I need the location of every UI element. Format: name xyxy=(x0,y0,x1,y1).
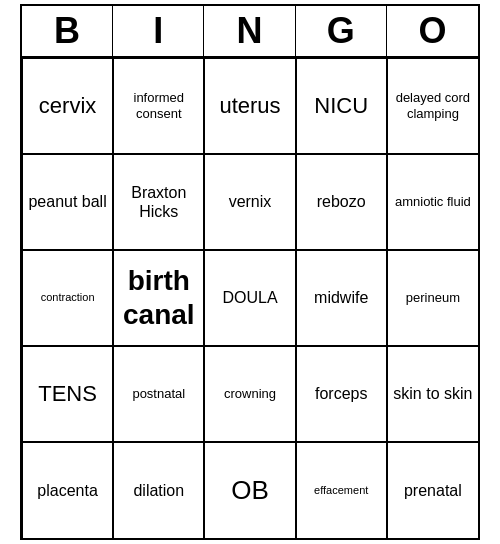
bingo-cell: midwife xyxy=(296,250,387,346)
bingo-cell: OB xyxy=(204,442,295,538)
bingo-cell: birth canal xyxy=(113,250,204,346)
cell-text: rebozo xyxy=(317,192,366,211)
header-letter: B xyxy=(22,6,113,56)
bingo-cell: rebozo xyxy=(296,154,387,250)
bingo-cell: uterus xyxy=(204,58,295,154)
cell-text: crowning xyxy=(224,386,276,402)
bingo-cell: amniotic fluid xyxy=(387,154,478,250)
bingo-grid: cervixinformed consentuterusNICUdelayed … xyxy=(22,58,478,538)
cell-text: vernix xyxy=(229,192,272,211)
bingo-cell: perineum xyxy=(387,250,478,346)
bingo-cell: placenta xyxy=(22,442,113,538)
cell-text: skin to skin xyxy=(393,384,472,403)
bingo-cell: TENS xyxy=(22,346,113,442)
cell-text: postnatal xyxy=(132,386,185,402)
bingo-cell: informed consent xyxy=(113,58,204,154)
cell-text: dilation xyxy=(133,481,184,500)
cell-text: peanut ball xyxy=(28,192,106,211)
bingo-cell: effacement xyxy=(296,442,387,538)
cell-text: birth canal xyxy=(118,264,199,331)
header-letter: I xyxy=(113,6,204,56)
cell-text: uterus xyxy=(219,93,280,119)
cell-text: forceps xyxy=(315,384,367,403)
header-letter: N xyxy=(204,6,295,56)
bingo-cell: delayed cord clamping xyxy=(387,58,478,154)
cell-text: OB xyxy=(231,475,269,506)
bingo-cell: cervix xyxy=(22,58,113,154)
bingo-cell: dilation xyxy=(113,442,204,538)
bingo-cell: postnatal xyxy=(113,346,204,442)
bingo-cell: DOULA xyxy=(204,250,295,346)
cell-text: cervix xyxy=(39,93,96,119)
cell-text: placenta xyxy=(37,481,98,500)
bingo-header: BINGO xyxy=(22,6,478,58)
bingo-cell: vernix xyxy=(204,154,295,250)
bingo-cell: Braxton Hicks xyxy=(113,154,204,250)
cell-text: delayed cord clamping xyxy=(392,90,474,121)
cell-text: NICU xyxy=(314,93,368,119)
cell-text: informed consent xyxy=(118,90,199,121)
bingo-cell: contraction xyxy=(22,250,113,346)
bingo-cell: peanut ball xyxy=(22,154,113,250)
bingo-cell: forceps xyxy=(296,346,387,442)
bingo-cell: NICU xyxy=(296,58,387,154)
cell-text: midwife xyxy=(314,288,368,307)
bingo-cell: skin to skin xyxy=(387,346,478,442)
cell-text: effacement xyxy=(314,484,368,497)
header-letter: O xyxy=(387,6,478,56)
cell-text: prenatal xyxy=(404,481,462,500)
header-letter: G xyxy=(296,6,387,56)
cell-text: amniotic fluid xyxy=(395,194,471,210)
cell-text: TENS xyxy=(38,381,97,407)
bingo-cell: crowning xyxy=(204,346,295,442)
cell-text: perineum xyxy=(406,290,460,306)
bingo-card: BINGO cervixinformed consentuterusNICUde… xyxy=(20,4,480,540)
cell-text: Braxton Hicks xyxy=(118,183,199,221)
bingo-cell: prenatal xyxy=(387,442,478,538)
cell-text: DOULA xyxy=(222,288,277,307)
cell-text: contraction xyxy=(41,291,95,304)
